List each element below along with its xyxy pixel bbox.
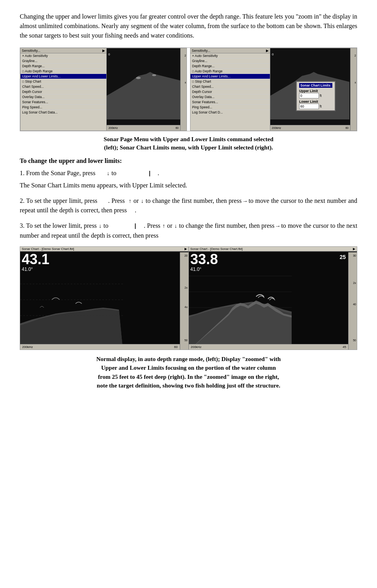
right-depth-main: 33.8 [189,252,357,267]
step-2-block: 2. To set the upper limit, press . Press… [20,196,357,216]
menu-item: Log Sonar Chart D... [190,110,270,115]
svg-text:0: 0 [272,53,274,56]
limits-popup-title: Sonar Chart Limits [299,83,332,88]
bottom-screenshots-row: Sonar Chart - [Demo Sonar Chart.fbt] ▶ 4… [20,246,357,350]
left-depth-sub: 41.0° [20,267,188,272]
menu-item-selected: Upper And Lower Limits... [190,74,270,79]
menu-item: Log Sonar Chart Data... [21,110,106,115]
menu-item: Sonar Features... [190,100,270,105]
menu-header-left: Sensitivity... ▶ [21,48,106,53]
menu-item: Sonar Features... [21,100,106,105]
top-figure-caption: Sonar Page Menu with Upper and Lower Lim… [20,135,357,152]
step-1-text: 1. From the Sonar Page, press [20,170,96,176]
svg-point-5 [152,74,156,76]
step-2-text: 2. To set the upper limit, press [20,197,97,204]
menu-item: Ping Speed... [21,105,106,110]
up-arrow-3: ↑ [162,222,165,231]
upper-limit-field: Upper Limit 0 ft [299,89,332,98]
menu-item: × Auto Sensitivity [21,53,106,59]
menu-item: Overlay Data... [190,95,270,100]
down-arrow-2: ↓ [141,197,144,206]
menu-item: Depth Range... [190,64,270,69]
down-arrow-1: ↓ [107,170,110,178]
right-sonar-screenshot: Sensitivity... ▶ × Auto Sensitivity Gray… [190,48,357,131]
menu-item-selected: Upper And Lower Limits... [21,74,106,79]
right-arrow-2: → [243,197,247,206]
step-3-block: 3. To set the lower limit, press ↓ to | … [20,221,357,241]
menu-items-left: × Auto Sensitivity Grayline... Depth Ran… [21,53,106,115]
menu-item: Ping Speed... [190,105,270,110]
menu-item: Grayline... [190,59,270,64]
left-sonar-screenshot: Sensitivity... ▶ × Auto Sensitivity Gray… [20,48,187,131]
right-top-number: 25 [339,254,346,260]
left-screen-bottom-bar: 200kHz 60 [20,344,180,350]
right-screen-bottom-bar: 200kHz 45 [189,344,349,350]
menu-item: Depth Cursor [21,89,106,95]
sonar-display-left: 0 [107,48,187,130]
down-arrow-3: ↓ [98,222,102,231]
left-screen-data: 43.1 41.0° [20,252,188,272]
scale-bar-right: 2 x [350,48,356,130]
pipe-1: | [148,170,151,178]
right-depth-sub: 41.0° [189,267,357,272]
right-screen-title-bar: Sonar Chart - [Demo Sonar Chart.fbt] ▶ [189,247,357,251]
menu-item: □ Stop Chart [190,79,270,84]
lower-limit-field: Lower Limit 60 ft [299,100,332,109]
instructions-heading: To change the upper and lower limits: [20,157,357,164]
menu-item: □ Auto Depth Range [21,69,106,74]
step-1-block: 1. From the Sonar Page, press ↓ to | . T… [20,168,357,191]
menu-item: Depth Cursor [190,89,270,95]
bottom-caption: Normal display, in auto depth range mode… [20,355,357,390]
menu-item: × Auto Sensitivity [190,53,270,59]
pipe-3: | [134,222,137,231]
svg-point-4 [136,77,141,79]
top-screenshots-row: Sensitivity... ▶ × Auto Sensitivity Gray… [20,47,357,131]
bottom-bar-right: 200kHz 60 [270,125,350,130]
menu-items-right: × Auto Sensitivity Grayline... Depth Ran… [190,53,270,115]
menu-item: □ Stop Chart [21,79,106,84]
menu-item: Chart Speed... [190,84,270,89]
scale-bar-left: 2 x [180,48,187,130]
bottom-right-screen: Sonar Chart - [Demo Sonar Chart.fbt] ▶ 3… [189,247,357,350]
step-1-result: The Sonar Chart Limits menu appears, wit… [20,181,357,191]
menu-item: Grayline... [21,59,106,64]
menu-item: □ Auto Depth Range [190,69,270,74]
menu-item: Chart Speed... [21,84,106,89]
right-screen-data: 33.8 41.0° [189,252,357,272]
step-1-to: to [111,170,116,176]
menu-item: Overlay Data... [21,95,106,100]
menu-item: Depth Range... [21,64,106,69]
left-depth-main: 43.1 [20,252,188,267]
bottom-bar-left: 200kHz 60 [107,125,180,130]
right-arrow-3: → [276,222,279,231]
svg-text:0: 0 [108,53,110,56]
down-arrow-3b: ↓ [174,222,177,231]
step-3-text: 3. To set the lower limit, press [20,222,98,229]
left-screen-title-bar: Sonar Chart - [Demo Sonar Chart.fbt] ▶ [20,247,188,251]
bottom-left-screen: Sonar Chart - [Demo Sonar Chart.fbt] ▶ 4… [20,247,189,350]
menu-header-right: Sensitivity... ▶ [190,48,270,53]
limits-popup: Sonar Chart Limits Upper Limit 0 ft Lowe… [296,81,336,111]
intro-paragraph: Changing the upper and lower limits give… [20,12,357,40]
up-arrow-2: ↑ [128,197,132,206]
